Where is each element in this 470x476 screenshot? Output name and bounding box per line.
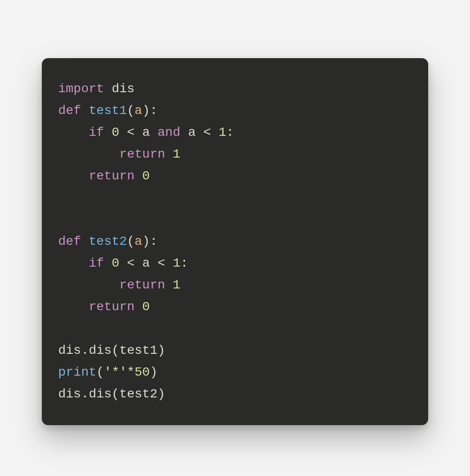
code-token: : <box>180 256 188 270</box>
code-token: 50 <box>135 365 150 379</box>
code-line: return 1 <box>58 278 180 292</box>
code-token: < <box>158 256 165 270</box>
code-line: if 0 < a < 1: <box>58 256 188 270</box>
code-token: ( <box>127 104 135 118</box>
code-token: 0 <box>142 169 150 183</box>
code-token: 0 <box>112 125 120 139</box>
code-block: import dis def test1(a): if 0 < a and a … <box>58 78 412 405</box>
code-line: dis.dis(test1) <box>58 343 165 357</box>
code-token: ) <box>150 365 158 379</box>
code-line: def test1(a): <box>58 104 157 118</box>
code-token <box>104 125 112 139</box>
code-token <box>81 104 89 118</box>
code-token <box>211 125 219 139</box>
code-token: ( <box>127 234 135 248</box>
code-token: dis.dis(test2) <box>58 387 165 401</box>
code-token: return <box>119 278 165 292</box>
code-card: import dis def test1(a): if 0 < a and a … <box>42 58 428 425</box>
code-token: * <box>127 365 135 379</box>
code-token: def <box>58 104 81 118</box>
code-token: < <box>127 256 135 270</box>
code-token <box>165 256 173 270</box>
code-token: '*' <box>104 365 127 379</box>
code-token: test2 <box>89 234 127 248</box>
code-token <box>58 147 119 161</box>
code-token: a <box>135 104 142 118</box>
code-token: def <box>58 234 81 248</box>
code-token <box>119 125 127 139</box>
code-token <box>104 256 112 270</box>
code-token: return <box>89 300 135 314</box>
code-token: and <box>158 125 180 139</box>
code-line: return 1 <box>58 147 180 161</box>
code-token <box>58 256 89 270</box>
code-token: return <box>119 147 165 161</box>
code-token: if <box>89 256 104 270</box>
code-line: dis.dis(test2) <box>58 387 165 401</box>
code-token: : <box>226 125 234 139</box>
code-line: return 0 <box>58 169 150 183</box>
code-token: ( <box>96 365 104 379</box>
code-token <box>135 169 142 183</box>
code-token: ): <box>142 234 158 248</box>
code-token: dis <box>112 82 135 96</box>
code-token: if <box>89 125 104 139</box>
code-token: dis.dis(test1) <box>58 343 165 357</box>
code-token: print <box>58 365 96 379</box>
code-token: 0 <box>142 300 150 314</box>
code-token <box>165 278 173 292</box>
code-token <box>58 300 89 314</box>
code-line: print('*'*50) <box>58 365 157 379</box>
code-line: if 0 < a and a < 1: <box>58 125 234 139</box>
code-token: 1 <box>173 256 180 270</box>
code-token: < <box>127 125 135 139</box>
code-token <box>81 234 89 248</box>
code-token: 1 <box>219 125 226 139</box>
code-line: return 0 <box>58 300 150 314</box>
code-token: < <box>203 125 211 139</box>
code-token <box>104 82 112 96</box>
code-token: 1 <box>173 278 180 292</box>
code-token: a <box>135 256 157 270</box>
code-token <box>58 125 89 139</box>
code-token <box>58 278 119 292</box>
code-token: a <box>135 234 142 248</box>
code-token: 0 <box>112 256 120 270</box>
code-line: def test2(a): <box>58 234 157 248</box>
code-token: return <box>89 169 135 183</box>
code-token: import <box>58 82 104 96</box>
code-line: import dis <box>58 82 135 96</box>
code-token <box>119 256 127 270</box>
code-token: test1 <box>89 104 127 118</box>
code-token: a <box>135 125 157 139</box>
code-token <box>165 147 173 161</box>
code-token: 1 <box>173 147 180 161</box>
code-token: a <box>180 125 203 139</box>
code-token <box>58 169 89 183</box>
code-token: ): <box>142 104 158 118</box>
code-token <box>135 300 142 314</box>
